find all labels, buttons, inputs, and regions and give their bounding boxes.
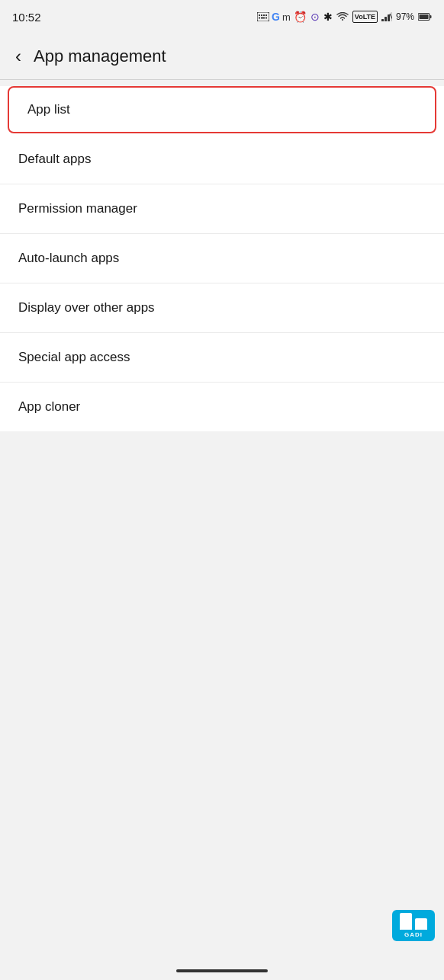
menu-item-label: Display over other apps	[18, 300, 155, 315]
menu-item-special-app-access[interactable]: Special app access	[0, 333, 444, 383]
menu-item-display-over-other-apps[interactable]: Display over other apps	[0, 283, 444, 333]
header-divider	[0, 79, 444, 80]
svg-rect-10	[388, 14, 390, 21]
m-icon: m	[282, 11, 291, 23]
svg-rect-6	[261, 18, 265, 19]
wifi-icon	[336, 12, 349, 21]
status-bar: 10:52 G m ⏰ ⊙ ✱	[0, 0, 444, 34]
keyboard-icon	[257, 12, 269, 21]
battery-percentage: 97%	[396, 11, 414, 22]
svg-rect-14	[430, 15, 432, 18]
volte-icon: VoLTE	[352, 11, 378, 23]
alarm-clock-icon: ⏰	[294, 11, 307, 23]
svg-rect-9	[384, 17, 387, 21]
watermark-text: GADI	[404, 931, 423, 938]
menu-item-default-apps[interactable]: Default apps	[0, 135, 444, 184]
menu-item-auto-launch-apps[interactable]: Auto-launch apps	[0, 234, 444, 283]
svg-rect-8	[381, 19, 384, 21]
signal-bars-icon	[381, 12, 392, 21]
g-logo-icon: G	[272, 11, 280, 23]
watermark: GADI	[392, 910, 435, 943]
menu-item-label: App list	[27, 102, 70, 117]
back-button[interactable]: ‹	[12, 43, 24, 70]
menu-list: App list Default apps Permission manager…	[0, 86, 444, 431]
svg-rect-3	[263, 14, 265, 16]
status-right-icons: ⏰ ⊙ ✱ VoLTE	[294, 11, 432, 23]
svg-rect-2	[261, 14, 262, 16]
battery-icon	[418, 12, 432, 21]
menu-item-app-list[interactable]: App list	[8, 86, 436, 133]
svg-rect-1	[259, 14, 260, 16]
nav-home-indicator[interactable]	[176, 969, 268, 972]
timer-icon: ⊙	[310, 11, 320, 23]
svg-rect-7	[265, 18, 267, 19]
menu-item-label: Special app access	[18, 350, 130, 365]
menu-item-label: Permission manager	[18, 201, 137, 216]
page-title: App management	[34, 46, 166, 66]
menu-item-permission-manager[interactable]: Permission manager	[0, 184, 444, 234]
menu-item-label: Default apps	[18, 152, 91, 167]
svg-rect-15	[420, 14, 429, 19]
menu-item-label: App cloner	[18, 399, 80, 415]
svg-rect-5	[259, 18, 260, 19]
bluetooth-icon: ✱	[323, 11, 333, 23]
svg-rect-0	[257, 12, 269, 21]
menu-item-app-cloner[interactable]: App cloner	[0, 383, 444, 431]
svg-rect-4	[265, 14, 267, 16]
status-time: 10:52	[12, 11, 41, 24]
status-icons-group: G m ⏰ ⊙ ✱ VoLTE	[257, 11, 432, 23]
header: ‹ App management	[0, 34, 444, 79]
status-left-icons: G m	[257, 11, 291, 23]
menu-item-label: Auto-launch apps	[18, 251, 119, 266]
